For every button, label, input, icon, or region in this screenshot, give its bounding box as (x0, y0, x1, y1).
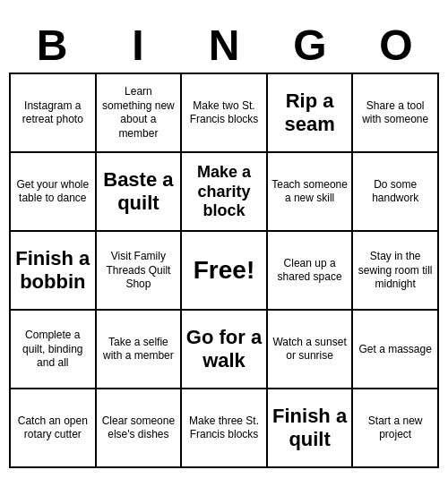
bingo-cell-18: Watch a sunset or sunrise (268, 311, 354, 389)
header-o: O (353, 19, 439, 73)
bingo-cell-22: Make three St. Francis blocks (182, 389, 268, 468)
bingo-cell-23: Finish a quilt (268, 389, 354, 468)
bingo-cell-6: Baste a quilt (97, 153, 183, 232)
bingo-grid: Instagram a retreat photoLearn something… (9, 73, 439, 468)
bingo-cell-5: Get your whole table to dance (11, 153, 97, 232)
header-i: I (95, 19, 181, 73)
bingo-cell-16: Take a selfie with a member (97, 311, 183, 389)
bingo-cell-1: Learn something new about a member (97, 74, 183, 153)
bingo-header: B I N G O (9, 19, 439, 73)
header-b: B (9, 19, 95, 73)
bingo-cell-4: Share a tool with someone (353, 74, 439, 153)
bingo-cell-3: Rip a seam (268, 74, 354, 153)
bingo-cell-24: Start a new project (353, 389, 439, 468)
bingo-cell-17: Go for a walk (182, 311, 268, 389)
header-n: N (181, 19, 267, 73)
bingo-cell-12: Free! (182, 232, 268, 311)
header-g: G (267, 19, 353, 73)
bingo-card: B I N G O Instagram a retreat photoLearn… (9, 19, 439, 469)
bingo-cell-9: Do some handwork (353, 153, 439, 232)
bingo-cell-15: Complete a quilt, binding and all (11, 311, 97, 389)
bingo-cell-2: Make two St. Francis blocks (182, 74, 268, 153)
bingo-cell-21: Clear someone else's dishes (97, 389, 183, 468)
bingo-cell-13: Clean up a shared space (268, 232, 354, 311)
bingo-cell-14: Stay in the sewing room till midnight (353, 232, 439, 311)
bingo-cell-11: Visit Family Threads Quilt Shop (97, 232, 183, 311)
bingo-cell-20: Catch an open rotary cutter (11, 389, 97, 468)
bingo-cell-19: Get a massage (353, 311, 439, 389)
bingo-cell-8: Teach someone a new skill (268, 153, 354, 232)
bingo-cell-7: Make a charity block (182, 153, 268, 232)
bingo-cell-10: Finish a bobbin (11, 232, 97, 311)
bingo-cell-0: Instagram a retreat photo (11, 74, 97, 153)
